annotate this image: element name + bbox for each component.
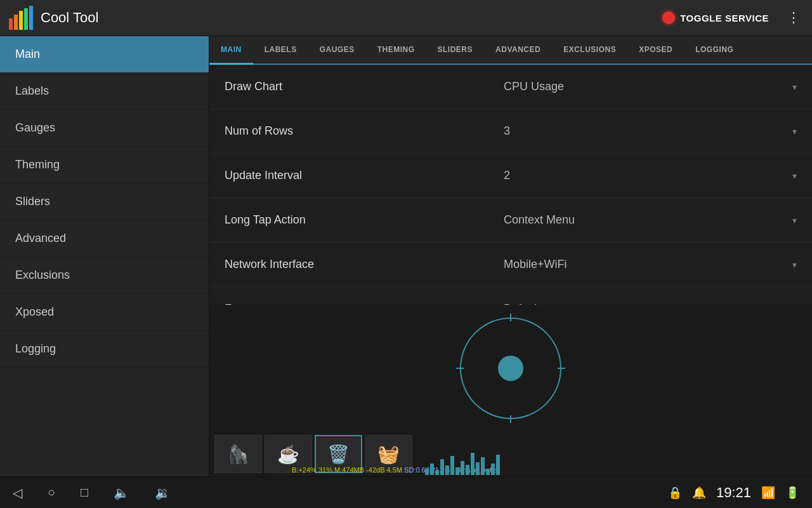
service-status-indicator — [662, 11, 675, 24]
sidebar-item-main[interactable]: Main — [0, 36, 209, 73]
content-area: MAINLABELSGAUGESTHEMINGSLIDERSADVANCEDEX… — [209, 36, 812, 476]
tab-advanced[interactable]: ADVANCED — [484, 36, 552, 65]
setting-value-long-tap-action: Context Menu▾ — [504, 213, 797, 227]
back-button[interactable]: ◁ — [13, 485, 22, 500]
sidebar-item-theming[interactable]: Theming — [0, 147, 209, 184]
tab-gauges[interactable]: GAUGES — [308, 36, 366, 65]
setting-label-network-interface: Network Interface — [225, 258, 504, 271]
tab-bar: MAINLABELSGAUGESTHEMINGSLIDERSADVANCEDEX… — [209, 36, 812, 65]
lock-icon: 🔒 — [668, 486, 682, 500]
app-icon — [8, 4, 34, 31]
setting-row-long-tap-action[interactable]: Long Tap ActionContext Menu▾ — [209, 198, 812, 243]
setting-value-text-network-interface: Mobile+WiFi — [504, 258, 567, 271]
chart-bar — [476, 462, 480, 475]
sidebar-item-exclusions[interactable]: Exclusions — [0, 257, 209, 294]
setting-label-update-interval: Update Interval — [225, 169, 504, 182]
main-layout: MainLabelsGaugesThemingSlidersAdvancedEx… — [0, 36, 812, 476]
chart-bar — [455, 467, 459, 475]
setting-row-num-of-rows[interactable]: Num of Rows3▾ — [209, 109, 812, 154]
sidebar-item-logging[interactable]: Logging — [0, 331, 209, 368]
home-button[interactable]: ○ — [48, 485, 55, 500]
chart-bar — [450, 456, 454, 475]
thumbnail-3[interactable]: 🗑️ — [315, 435, 362, 473]
tick-right — [558, 368, 565, 369]
thumbnail-1[interactable]: 🦍 — [214, 435, 262, 473]
svg-rect-2 — [19, 11, 23, 30]
tick-top — [510, 314, 511, 321]
setting-arrow-network-interface: ▾ — [792, 260, 797, 270]
setting-value-draw-chart: CPU Usage▾ — [504, 80, 797, 93]
volume-down-button[interactable]: 🔈 — [114, 485, 129, 500]
settings-area: Draw ChartCPU Usage▾Num of Rows3▾Update … — [209, 65, 812, 305]
thumbnail-2[interactable]: ☕ — [265, 435, 312, 473]
setting-label-num-of-rows: Num of Rows — [225, 124, 504, 138]
chart-bars — [425, 450, 501, 475]
setting-value-num-of-rows: 3▾ — [504, 124, 797, 138]
sidebar-item-labels[interactable]: Labels — [0, 73, 209, 110]
tab-exclusions[interactable]: EXCLUSIONS — [552, 36, 627, 65]
circular-control[interactable] — [460, 318, 561, 419]
battery-icon: 🔋 — [785, 486, 799, 500]
setting-value-text-update-interval: 2 — [504, 169, 510, 182]
chart-bar — [471, 453, 475, 475]
sidebar-item-gauges[interactable]: Gauges — [0, 110, 209, 147]
sidebar-item-sliders[interactable]: Sliders — [0, 184, 209, 220]
chart-bar — [496, 455, 500, 475]
setting-arrow-update-interval: ▾ — [792, 171, 797, 181]
volume-up-button[interactable]: 🔉 — [155, 485, 171, 500]
tab-theming[interactable]: THEMING — [366, 36, 426, 65]
setting-row-update-interval[interactable]: Update Interval2▾ — [209, 154, 812, 198]
setting-value-text-long-tap-action: Context Menu — [504, 213, 575, 227]
notification-icon: 🔔 — [692, 486, 706, 500]
chart-bar — [430, 464, 434, 475]
chart-bar — [425, 469, 429, 475]
sidebar-item-xposed[interactable]: Xposed — [0, 294, 209, 331]
more-options-icon[interactable]: ⋮ — [783, 6, 804, 30]
chart-bar — [466, 465, 469, 475]
tick-bottom — [510, 415, 511, 423]
setting-row-draw-chart[interactable]: Draw ChartCPU Usage▾ — [209, 65, 812, 109]
chart-bar — [491, 464, 495, 475]
setting-value-text-num-of-rows: 3 — [504, 124, 510, 138]
setting-value-text-draw-chart: CPU Usage — [504, 80, 564, 93]
tab-labels[interactable]: LABELS — [253, 36, 308, 65]
svg-rect-0 — [9, 18, 13, 30]
tab-main[interactable]: MAIN — [209, 36, 253, 65]
tab-logging[interactable]: LOGGING — [684, 36, 745, 65]
sidebar: MainLabelsGaugesThemingSlidersAdvancedEx… — [0, 36, 209, 476]
thumbnail-strip: 🦍 ☕ 🗑️ 🧺 — [209, 432, 812, 476]
setting-label-long-tap-action: Long Tap Action — [225, 213, 504, 227]
chart-bar — [435, 470, 439, 475]
svg-rect-3 — [24, 8, 28, 30]
app-header: Cool Tool TOGGLE SERVICE ⋮ — [0, 0, 812, 36]
setting-label-draw-chart: Draw Chart — [225, 80, 504, 93]
chart-bar — [445, 465, 449, 475]
tab-sliders[interactable]: SLIDERS — [426, 36, 485, 65]
toggle-service-label: TOGGLE SERVICE — [680, 13, 769, 23]
tick-left — [456, 368, 464, 369]
setting-arrow-num-of-rows: ▾ — [792, 126, 797, 137]
setting-row-font[interactable]: FontDefault▾ — [209, 287, 812, 305]
circle-inner-dot — [498, 356, 523, 381]
recents-button[interactable]: □ — [81, 485, 88, 500]
tab-xposed[interactable]: XPOSED — [627, 36, 684, 65]
wifi-icon: 📶 — [761, 486, 775, 500]
thumbnail-4[interactable]: 🧺 — [365, 435, 412, 473]
status-area: 🔒 🔔 19:21 📶 🔋 — [668, 485, 799, 501]
setting-value-network-interface: Mobile+WiFi▾ — [504, 258, 797, 271]
chart-bar — [486, 469, 490, 475]
setting-arrow-long-tap-action: ▾ — [792, 215, 797, 225]
setting-arrow-draw-chart: ▾ — [792, 82, 797, 92]
system-clock: 19:21 — [716, 485, 751, 501]
nav-buttons: ◁ ○ □ 🔈 🔉 — [13, 485, 171, 500]
bottom-navigation-bar: ◁ ○ □ 🔈 🔉 🔒 🔔 19:21 📶 🔋 — [0, 476, 812, 508]
app-title: Cool Tool — [41, 10, 655, 26]
sidebar-item-advanced[interactable]: Advanced — [0, 220, 209, 257]
circular-control-area — [209, 305, 812, 432]
svg-rect-4 — [29, 6, 33, 30]
setting-row-network-interface[interactable]: Network InterfaceMobile+WiFi▾ — [209, 243, 812, 287]
chart-bar — [461, 461, 464, 475]
setting-value-update-interval: 2▾ — [504, 169, 797, 182]
chart-bar — [481, 457, 485, 475]
toggle-service-button[interactable]: TOGGLE SERVICE — [655, 6, 776, 29]
